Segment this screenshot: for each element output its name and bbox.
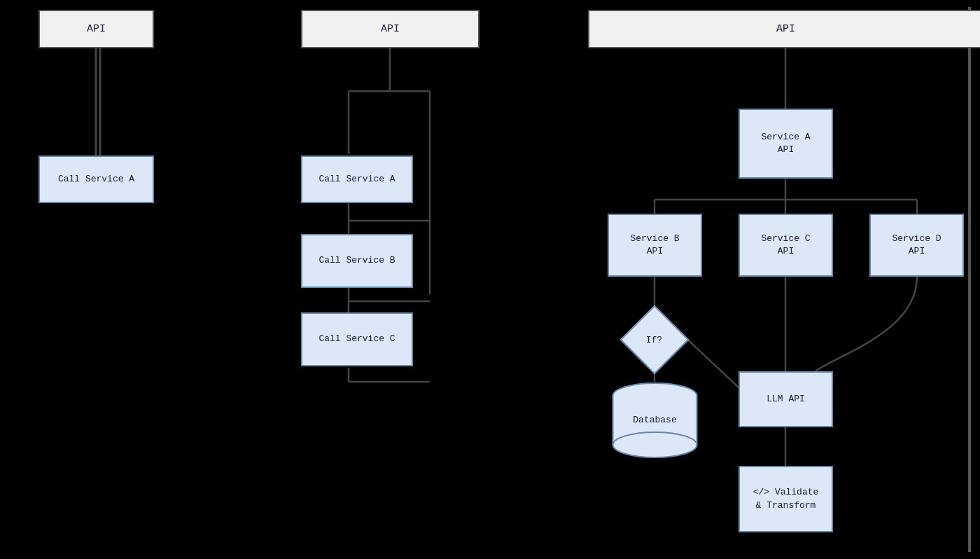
group2-api-label: API — [381, 22, 400, 36]
group3-api-box: API — [588, 10, 980, 48]
group3-service-a: Service AAPI — [738, 109, 833, 179]
group3-llm-label: LLM API — [766, 393, 805, 406]
group3-validate-label: </> Validate& Transform — [753, 486, 819, 511]
group3-service-a-label: Service AAPI — [761, 131, 810, 156]
connection-lines — [0, 0, 980, 559]
group3-validate-transform: </> Validate& Transform — [738, 466, 833, 532]
group1-call-service-a: Call Service A — [38, 156, 154, 203]
group2-call-a-label: Call Service A — [318, 173, 395, 186]
group2-call-b-label: Call Service B — [318, 254, 395, 267]
svg-line-22 — [682, 335, 738, 387]
group3-service-c-label: Service CAPI — [761, 233, 810, 258]
database-icon: Database — [608, 382, 702, 459]
group3-llm-api: LLM API — [738, 371, 833, 427]
group2-call-c-label: Call Service C — [318, 333, 395, 345]
group2-api-box: API — [301, 10, 479, 48]
diagram-canvas: API Call Service A API Call Service A Ca… — [0, 0, 980, 559]
group3-api-label: API — [776, 22, 795, 36]
group1-call-a-label: Call Service A — [58, 173, 134, 186]
group3-service-d: Service DAPI — [869, 214, 964, 277]
group2-call-service-c: Call Service C — [301, 312, 413, 366]
group3-database: Database — [608, 382, 702, 459]
svg-point-29 — [613, 432, 697, 457]
group1-api-label: API — [87, 22, 106, 36]
group3-if-label: If? — [646, 335, 662, 345]
group3-service-d-label: Service DAPI — [892, 233, 941, 258]
group1-api-box: API — [38, 10, 154, 48]
group3-service-b-label: Service BAPI — [630, 233, 679, 258]
group2-call-service-a: Call Service A — [301, 156, 413, 203]
group3-if-diamond: If? — [630, 315, 679, 364]
group3-service-b: Service BAPI — [608, 214, 702, 277]
svg-text:Database: Database — [633, 415, 676, 425]
group3-service-c: Service CAPI — [738, 214, 833, 277]
group2-call-service-b: Call Service B — [301, 234, 413, 288]
